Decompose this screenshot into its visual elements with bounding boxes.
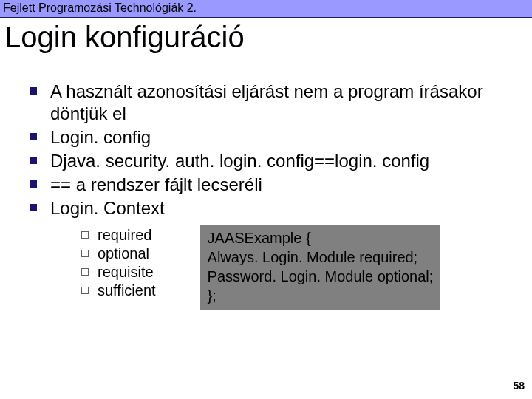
bullet-square-icon (30, 157, 37, 164)
page-number: 58 (513, 380, 525, 392)
bullet-hollow-square-icon (81, 231, 89, 239)
bullet-hollow-square-icon (81, 268, 89, 276)
bullet-square-icon (30, 180, 37, 188)
bullet-text: Login. Context (50, 197, 165, 219)
header-bar: Fejlett Programozási Technológiák 2. (0, 0, 532, 18)
sub-bullet-text: sufficient (98, 282, 156, 299)
bullet-text: Djava. security. auth. login. config==lo… (50, 150, 429, 172)
list-item: Login. config (30, 126, 502, 149)
lower-row: required optional requisite sufficient J… (30, 221, 502, 310)
list-item: sufficient (81, 282, 156, 299)
bullet-square-icon (30, 133, 37, 140)
bullet-text: == a rendszer fájlt lecseréli (50, 174, 262, 196)
sub-bullet-text: requisite (98, 264, 154, 281)
main-bullet-list: A használt azonosítási eljárást nem a pr… (0, 63, 532, 310)
header-text: Fejlett Programozási Technológiák 2. (3, 1, 197, 14)
sub-bullet-text: optional (98, 245, 149, 262)
bullet-hollow-square-icon (81, 287, 89, 294)
list-item: optional (81, 245, 156, 262)
bullet-text: Login. config (50, 126, 151, 149)
bullet-square-icon (30, 87, 37, 95)
bullet-text: A használt azonosítási eljárást nem a pr… (50, 81, 502, 125)
list-item: A használt azonosítási eljárást nem a pr… (30, 81, 502, 125)
slide-title: Login konfiguráció (0, 18, 532, 63)
sub-bullet-list: required optional requisite sufficient (81, 225, 156, 301)
list-item: requisite (81, 264, 156, 281)
list-item: == a rendszer fájlt lecseréli (30, 174, 502, 196)
list-item: required (81, 227, 156, 244)
bullet-square-icon (30, 204, 37, 211)
sub-bullet-text: required (98, 227, 151, 244)
list-item: Djava. security. auth. login. config==lo… (30, 150, 502, 172)
list-item: Login. Context (30, 197, 502, 219)
code-block: JAASExample { Always. Login. Module requ… (200, 225, 441, 310)
bullet-hollow-square-icon (81, 250, 89, 257)
